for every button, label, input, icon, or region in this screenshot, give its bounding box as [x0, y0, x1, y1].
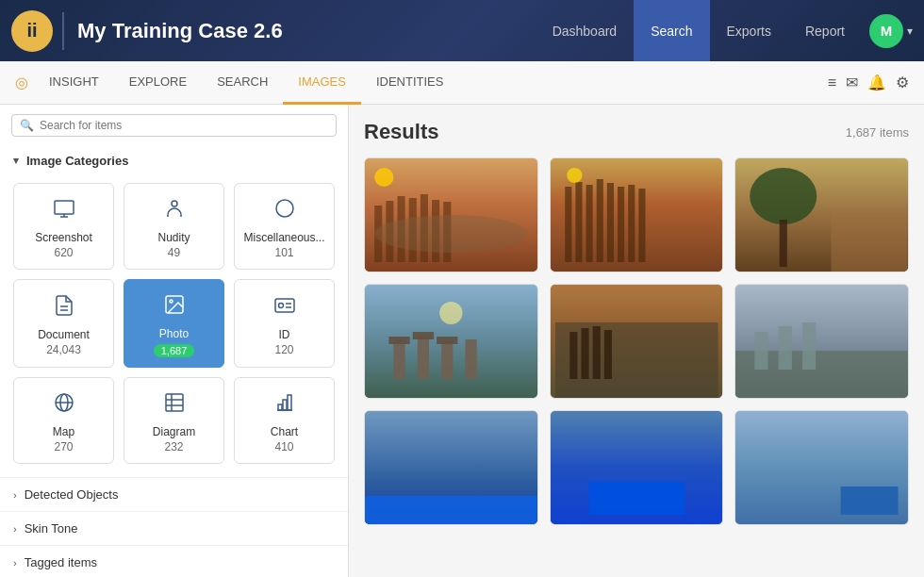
image-thumbnail-6 — [735, 285, 908, 398]
svg-rect-22 — [283, 400, 287, 410]
results-count: 1,687 items — [846, 125, 909, 140]
image-thumbnail-9 — [735, 411, 908, 524]
svg-rect-37 — [586, 185, 592, 262]
image-card-5[interactable] — [550, 284, 724, 399]
detected-objects-label: Detected Objects — [25, 487, 119, 502]
svg-point-45 — [751, 168, 817, 224]
nudity-count: 49 — [168, 246, 180, 259]
nav-dashboard[interactable]: Dashboard — [536, 0, 635, 61]
image-card-1[interactable] — [364, 157, 538, 272]
results-content: Results 1,687 items — [349, 105, 924, 577]
bell-icon[interactable]: 🔔 — [867, 74, 886, 91]
tab-insight[interactable]: INSIGHT — [34, 61, 114, 105]
search-icon: 🔍 — [20, 119, 34, 132]
category-document[interactable]: Document 24,043 — [13, 279, 114, 368]
skin-tone-label: Skin Tone — [25, 521, 78, 536]
diagram-count: 232 — [164, 440, 183, 453]
nav-search[interactable]: Search — [634, 0, 709, 61]
image-thumbnail-7 — [365, 411, 537, 524]
header-divider — [62, 12, 64, 50]
svg-point-4 — [276, 200, 293, 217]
mail-icon[interactable]: ✉ — [846, 74, 858, 91]
app-logo[interactable]: ii — [11, 10, 53, 52]
image-card-2[interactable] — [550, 157, 724, 272]
svg-point-8 — [170, 300, 173, 303]
image-card-9[interactable] — [734, 410, 909, 525]
svg-rect-42 — [638, 189, 645, 262]
tab-explore[interactable]: EXPLORE — [114, 61, 202, 105]
screenshot-icon — [53, 197, 75, 225]
category-diagram[interactable]: Diagram 232 — [124, 377, 224, 464]
search-input[interactable] — [40, 119, 328, 132]
search-box[interactable]: 🔍 — [11, 114, 337, 137]
svg-rect-50 — [388, 337, 409, 344]
settings-icon[interactable]: ⚙ — [896, 74, 909, 91]
svg-rect-51 — [418, 337, 429, 379]
svg-rect-21 — [278, 404, 282, 410]
skin-tone-chevron-icon: › — [13, 523, 17, 535]
categories-chevron-icon: ▾ — [13, 155, 19, 167]
svg-point-32 — [374, 215, 527, 253]
svg-rect-35 — [565, 187, 571, 262]
detected-objects-chevron-icon: › — [13, 489, 17, 501]
svg-point-43 — [567, 168, 582, 183]
svg-rect-60 — [581, 328, 588, 379]
tab-search[interactable]: SEARCH — [202, 61, 283, 105]
image-card-6[interactable] — [734, 284, 909, 399]
category-miscellaneous[interactable]: Miscellaneous... 101 — [234, 183, 335, 270]
id-label: ID — [279, 328, 290, 341]
svg-rect-53 — [441, 341, 453, 379]
main-layout: 🔍 ▾ Image Categories Screenshot 620 — [0, 105, 924, 577]
svg-rect-69 — [365, 496, 537, 524]
svg-rect-0 — [55, 201, 74, 214]
screenshot-count: 620 — [54, 246, 73, 259]
id-count: 120 — [274, 343, 293, 356]
image-card-3[interactable] — [734, 157, 909, 272]
category-screenshot[interactable]: Screenshot 620 — [13, 183, 114, 270]
main-nav: Dashboard Search Exports Report — [536, 0, 862, 61]
chart-count: 410 — [274, 440, 293, 453]
category-nudity[interactable]: Nudity 49 — [124, 183, 224, 270]
category-photo[interactable]: Photo 1,687 — [124, 279, 224, 368]
svg-rect-36 — [575, 182, 582, 262]
category-id[interactable]: ID 120 — [234, 279, 335, 368]
skin-tone-section[interactable]: › Skin Tone — [0, 511, 348, 545]
svg-rect-59 — [569, 332, 577, 379]
categories-grid: Screenshot 620 Nudity 49 — [0, 175, 348, 477]
tab-images[interactable]: IMAGES — [283, 61, 361, 105]
user-avatar[interactable]: M — [869, 14, 903, 48]
image-card-7[interactable] — [364, 410, 538, 525]
svg-point-56 — [439, 302, 462, 324]
list-view-icon[interactable]: ≡ — [828, 74, 836, 91]
image-card-4[interactable] — [364, 284, 538, 399]
image-categories-header[interactable]: ▾ Image Categories — [0, 146, 348, 175]
map-count: 270 — [54, 440, 73, 453]
nav-exports[interactable]: Exports — [710, 0, 788, 61]
app-header: ii My Training Case 2.6 Dashboard Search… — [0, 0, 924, 61]
misc-label: Miscellaneous... — [243, 231, 324, 244]
svg-rect-61 — [592, 326, 600, 379]
image-card-8[interactable] — [550, 410, 724, 525]
image-thumbnail-1 — [365, 158, 537, 272]
image-thumbnail-2 — [551, 158, 723, 272]
nudity-label: Nudity — [157, 231, 190, 244]
misc-count: 101 — [274, 246, 293, 259]
svg-rect-41 — [628, 185, 635, 262]
sidebar: 🔍 ▾ Image Categories Screenshot 620 — [0, 105, 349, 577]
svg-rect-62 — [603, 330, 611, 379]
detected-objects-section[interactable]: › Detected Objects — [0, 477, 348, 511]
category-map[interactable]: Map 270 — [13, 377, 114, 464]
svg-rect-46 — [780, 220, 787, 267]
tab-identities[interactable]: IDENTITIES — [361, 61, 459, 105]
svg-rect-58 — [555, 322, 718, 398]
insight-icon: ◎ — [15, 74, 28, 91]
nav-report[interactable]: Report — [788, 0, 862, 61]
image-thumbnail-5 — [551, 285, 723, 398]
avatar-chevron-icon[interactable]: ▾ — [907, 25, 913, 38]
screenshot-label: Screenshot — [35, 231, 92, 244]
diagram-label: Diagram — [153, 425, 195, 438]
svg-rect-65 — [755, 332, 768, 370]
category-chart[interactable]: Chart 410 — [234, 377, 335, 464]
sub-navigation: ◎ INSIGHT EXPLORE SEARCH IMAGES IDENTITI… — [0, 61, 924, 105]
tagged-items-section[interactable]: › Tagged items — [0, 545, 348, 577]
